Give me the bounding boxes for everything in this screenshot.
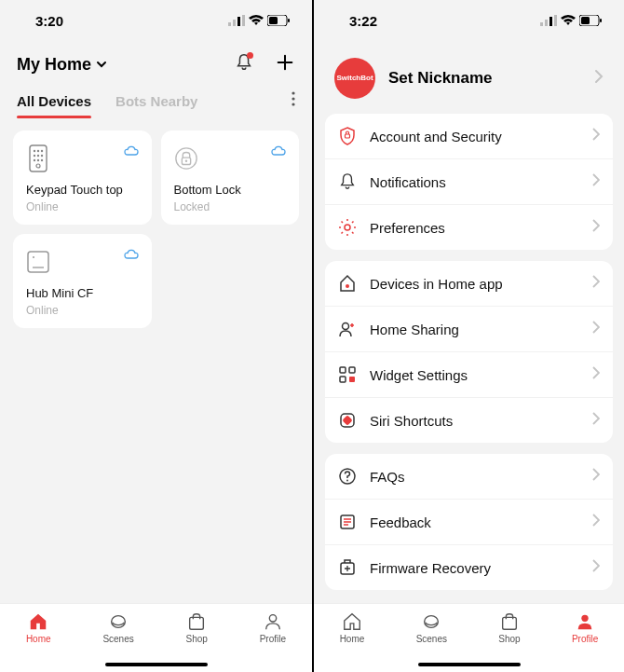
tab-all-devices[interactable]: All Devices [17,93,91,118]
home-indicator [105,663,208,666]
feedback-icon [338,513,357,531]
svg-rect-42 [340,377,346,382]
row-notifications[interactable]: Notifications [325,159,613,205]
svg-point-7 [292,91,294,94]
chevron-right-icon [592,321,600,337]
row-faqs[interactable]: FAQs [325,454,613,500]
shortcuts-icon [338,411,357,430]
device-name: Keypad Touch top [26,183,139,197]
device-status: Online [26,304,139,317]
chevron-down-icon [95,58,108,71]
svg-rect-1 [233,20,236,26]
nav-label: Profile [260,634,286,644]
profile-content: SwitchBot Set Nickname Account and Secur… [314,41,624,601]
device-status: Online [26,200,139,213]
settings-group-support: FAQs Feedback Firmware Recovery [325,454,613,590]
row-devices-home-app[interactable]: Devices in Home app [325,261,613,307]
cloud-icon [271,144,286,160]
house-icon [338,274,357,293]
chevron-right-icon [592,468,600,485]
svg-rect-29 [540,22,543,26]
svg-point-23 [184,160,186,162]
svg-point-17 [34,159,35,161]
nav-profile[interactable]: Profile [260,611,286,644]
row-label: Preferences [370,220,579,236]
widget-icon [338,365,357,384]
nav-home[interactable]: Home [340,611,365,644]
row-label: Feedback [370,514,579,530]
question-icon [338,467,357,486]
nav-label: Home [340,634,365,644]
avatar-label: SwitchBot [336,75,373,82]
home-title-text: My Home [17,55,91,75]
device-card-keypad[interactable]: Keypad Touch top Online [13,130,152,225]
status-bar: 3:22 [314,0,624,41]
row-home-sharing[interactable]: Home Sharing [325,307,613,352]
svg-rect-35 [600,19,602,22]
nav-scenes[interactable]: Scenes [416,611,447,644]
row-siri-shortcuts[interactable]: Siri Shortcuts [325,398,613,443]
chevron-right-icon [592,173,600,190]
nav-label: Shop [186,634,208,644]
nav-label: Scenes [416,634,447,644]
svg-point-20 [36,164,40,168]
bell-icon[interactable] [234,52,254,76]
status-time: 3:20 [35,13,63,29]
svg-rect-5 [269,17,278,24]
nav-shop[interactable]: Shop [186,611,208,644]
row-widget-settings[interactable]: Widget Settings [325,352,613,398]
row-label: Siri Shortcuts [370,413,579,429]
svg-point-25 [33,256,34,258]
tab-bots-nearby[interactable]: Bots Nearby [115,93,197,118]
nickname-row[interactable]: SwitchBot Set Nickname [325,41,613,114]
recovery-icon [338,558,357,577]
header-actions [234,52,295,76]
more-icon[interactable] [292,91,295,119]
phone-left: 3:20 My Home All Devices Bots Nearby [0,0,312,672]
device-status: Locked [174,200,287,213]
svg-rect-41 [349,367,355,373]
row-label: Notifications [370,174,579,190]
row-label: FAQs [370,469,579,485]
row-preferences[interactable]: Preferences [325,205,613,250]
svg-point-11 [34,150,35,152]
settings-group-account: Account and Security Notifications Prefe… [325,114,613,250]
chevron-right-icon [592,559,600,576]
nav-shop[interactable]: Shop [498,611,520,644]
row-firmware-recovery[interactable]: Firmware Recovery [325,545,613,590]
row-feedback[interactable]: Feedback [325,500,613,545]
chevron-right-icon [594,69,604,88]
svg-rect-36 [346,134,350,138]
nickname-title: Set Nickname [388,69,581,88]
svg-rect-6 [288,19,290,22]
nav-profile[interactable]: Profile [572,611,598,644]
device-card-hub[interactable]: Hub Mini CF Online [13,234,152,328]
home-selector[interactable]: My Home [17,55,108,75]
home-indicator [418,663,521,666]
chevron-right-icon [592,219,600,236]
svg-rect-40 [340,367,346,373]
device-card-lock[interactable]: Bottom Lock Locked [161,130,300,225]
battery-icon [267,15,290,26]
shield-icon [338,127,357,145]
svg-point-28 [269,615,276,622]
chevron-right-icon [592,366,600,383]
status-icons [228,15,290,26]
chevron-right-icon [592,275,600,292]
row-account-security[interactable]: Account and Security [325,114,613,159]
plus-icon[interactable] [275,52,295,76]
device-grid: Keypad Touch top Online Bottom Lock Lock… [0,119,312,339]
row-label: Widget Settings [370,367,579,383]
chevron-right-icon [592,514,600,530]
svg-rect-34 [581,17,590,24]
nav-home[interactable]: Home [26,611,51,644]
bottom-nav: Home Scenes Shop Profile [0,603,312,672]
svg-rect-43 [349,377,355,382]
nav-scenes[interactable]: Scenes [102,611,133,644]
svg-point-15 [37,155,39,157]
bottom-nav: Home Scenes Shop Profile [314,603,624,672]
svg-point-13 [41,150,43,152]
svg-rect-32 [554,15,557,26]
status-icons [540,15,602,26]
svg-point-18 [37,159,39,161]
